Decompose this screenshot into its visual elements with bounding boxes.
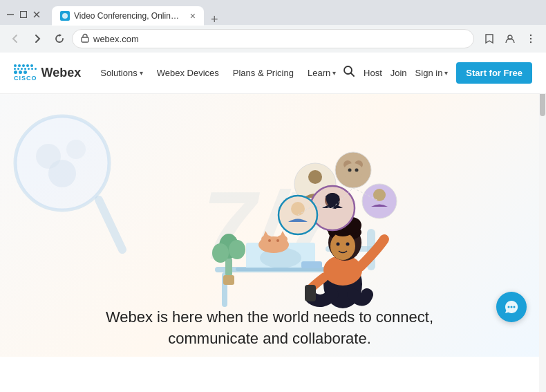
cisco-dot <box>14 68 16 70</box>
page-content: CISCO Webex Solutions ▾ Webex Devices Pl… <box>0 53 546 370</box>
svg-rect-34 <box>223 275 234 285</box>
search-button[interactable] <box>343 65 355 81</box>
back-button[interactable] <box>6 29 25 48</box>
hero-section: 7/7 <box>0 94 539 357</box>
window-controls <box>6 10 41 19</box>
svg-rect-66 <box>301 261 322 268</box>
webex-logo-text[interactable]: Webex <box>41 66 82 80</box>
cisco-logo: CISCO <box>14 64 37 82</box>
cisco-dot <box>24 68 26 70</box>
magnify-decoration <box>10 111 128 266</box>
svg-point-15 <box>66 140 86 159</box>
tab-close-button[interactable]: × <box>190 10 196 21</box>
cisco-dot <box>23 71 27 74</box>
plans-nav-item[interactable]: Plans & Pricing <box>227 65 299 81</box>
svg-rect-5 <box>82 37 88 42</box>
cisco-text: CISCO <box>14 75 37 82</box>
cisco-dot <box>28 68 30 70</box>
svg-point-61 <box>373 189 386 201</box>
svg-point-54 <box>348 169 352 172</box>
svg-point-8 <box>530 38 531 39</box>
svg-point-67 <box>508 306 510 308</box>
hero-text-area: Webex is here when the world needs to co… <box>0 307 539 350</box>
svg-point-29 <box>276 239 279 242</box>
svg-point-32 <box>212 243 229 263</box>
svg-line-11 <box>351 73 355 77</box>
chat-fab-button[interactable] <box>496 292 527 322</box>
browser-actions <box>480 29 540 48</box>
svg-point-28 <box>268 239 271 242</box>
svg-point-59 <box>291 202 305 216</box>
svg-point-4 <box>62 13 68 19</box>
scrollbar[interactable] <box>539 75 546 392</box>
title-bar: Video Conferencing, Online Me... × + <box>0 0 546 25</box>
cisco-dot <box>17 68 19 70</box>
join-button[interactable]: Join <box>390 68 407 78</box>
devices-nav-item[interactable]: Webex Devices <box>151 65 225 81</box>
svg-point-16 <box>48 160 76 187</box>
svg-line-13 <box>99 200 122 250</box>
svg-point-33 <box>229 240 245 259</box>
hero-headline: Webex is here when the world needs to co… <box>83 307 456 350</box>
svg-point-69 <box>514 306 516 308</box>
account-button[interactable] <box>500 29 520 48</box>
new-tab-button[interactable]: + <box>207 13 223 26</box>
learn-nav-item[interactable]: Learn ▾ <box>302 65 341 81</box>
svg-marker-26 <box>263 231 269 236</box>
browser-chrome: Video Conferencing, Online Me... × + web… <box>0 0 546 53</box>
tab-bar: Video Conferencing, Online Me... × + <box>46 3 228 26</box>
bookmark-button[interactable] <box>480 29 499 48</box>
svg-point-55 <box>355 169 359 172</box>
host-button[interactable]: Host <box>364 68 382 78</box>
lock-icon <box>81 33 89 45</box>
signin-chevron-icon: ▾ <box>444 69 448 77</box>
nav-right: Host Join Sign in ▾ Start for Free <box>343 62 532 84</box>
solutions-nav-item[interactable]: Solutions ▾ <box>95 65 148 81</box>
cisco-dot <box>21 68 23 70</box>
cisco-dot <box>14 64 17 67</box>
svg-rect-1 <box>20 12 26 18</box>
svg-point-49 <box>308 170 322 184</box>
svg-point-68 <box>511 306 513 308</box>
cisco-dot <box>35 68 37 70</box>
svg-point-7 <box>530 35 531 36</box>
address-bar[interactable]: webex.com <box>72 29 474 48</box>
close-button[interactable] <box>32 10 41 19</box>
svg-rect-0 <box>7 15 14 16</box>
address-text: webex.com <box>93 34 465 44</box>
solutions-chevron-icon: ▾ <box>140 69 143 77</box>
cisco-dot <box>26 64 29 67</box>
refresh-button[interactable] <box>50 29 69 48</box>
tab-favicon <box>60 11 70 21</box>
logo-area: CISCO Webex <box>14 64 81 82</box>
signin-button[interactable]: Sign in ▾ <box>415 68 449 78</box>
minimize-button[interactable] <box>6 10 15 19</box>
cisco-dot <box>18 64 21 67</box>
svg-marker-27 <box>280 231 285 236</box>
svg-point-9 <box>530 41 531 43</box>
hero-illustration <box>139 108 429 329</box>
active-tab[interactable]: Video Conferencing, Online Me... × <box>52 6 204 26</box>
navbar: CISCO Webex Solutions ▾ Webex Devices Pl… <box>0 53 546 94</box>
start-free-button[interactable]: Start for Free <box>456 62 532 84</box>
cisco-dot <box>14 71 17 74</box>
cisco-dot <box>19 71 22 74</box>
cisco-dot <box>31 68 33 70</box>
address-bar-row: webex.com <box>0 25 546 53</box>
svg-point-44 <box>346 243 350 246</box>
learn-chevron-icon: ▾ <box>332 69 336 77</box>
cisco-dot <box>30 64 33 67</box>
svg-rect-39 <box>305 285 316 301</box>
menu-button[interactable] <box>521 29 540 48</box>
svg-point-43 <box>337 243 340 246</box>
nav-links: Solutions ▾ Webex Devices Plans & Pricin… <box>95 65 343 81</box>
maximize-button[interactable] <box>19 10 28 19</box>
tab-title: Video Conferencing, Online Me... <box>74 11 183 21</box>
cisco-dot <box>22 64 25 67</box>
forward-button[interactable] <box>28 29 47 48</box>
svg-point-53 <box>343 163 363 180</box>
